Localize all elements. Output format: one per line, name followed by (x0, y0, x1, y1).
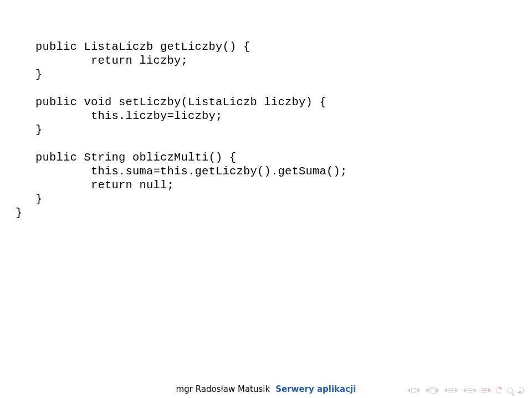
search-icon[interactable] (507, 387, 513, 394)
code-close-brace: } (16, 206, 532, 220)
footer-title: Serwery aplikacji (275, 384, 356, 394)
code-block: public ListaLiczb getLiczby() { return l… (35, 40, 532, 206)
code-line: } (35, 68, 43, 81)
slide: public ListaLiczb getLiczby() { return l… (0, 0, 532, 398)
code-line: public void setLiczby(ListaLiczb liczby)… (35, 96, 326, 108)
footer-author: mgr Radosław Matusik (176, 384, 270, 394)
code-line: this.suma=this.getLiczby().getSuma(); (35, 165, 347, 178)
code-line: public String obliczMulti() { (35, 151, 237, 164)
code-line: return null; (35, 179, 174, 192)
code-line: public ListaLiczb getLiczby() { (35, 40, 250, 53)
redo-icon[interactable] (518, 387, 524, 394)
nav-controls (407, 387, 524, 394)
undo-icon[interactable] (496, 387, 503, 394)
nav-prev[interactable] (444, 388, 458, 393)
code-line: } (35, 193, 43, 205)
nav-prev-subsection[interactable] (425, 387, 439, 393)
nav-last[interactable] (482, 388, 492, 393)
nav-next[interactable] (463, 388, 477, 393)
code-line: } (35, 123, 43, 136)
code-line: return liczby; (35, 54, 188, 67)
code-line: this.liczby=liczby; (35, 110, 223, 122)
nav-first[interactable] (407, 388, 421, 393)
